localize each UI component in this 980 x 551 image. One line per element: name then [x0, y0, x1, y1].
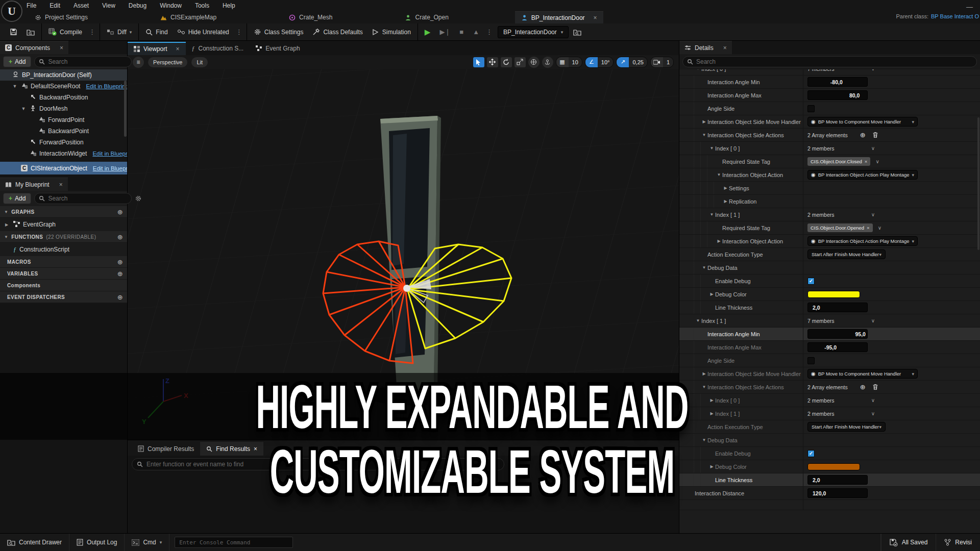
camera-speed-value[interactable]: 1: [663, 57, 673, 67]
property-value[interactable]: 2 members∨: [803, 212, 980, 218]
add-icon[interactable]: ⊕: [117, 208, 123, 216]
component-backwardpoint[interactable]: CBackwardPoint: [0, 126, 127, 137]
property-value[interactable]: 2 members∨: [803, 145, 980, 152]
dropdown[interactable]: Start After Finish Move Handler▾: [807, 422, 886, 432]
my-blueprint-variables[interactable]: VARIABLES⊕: [0, 268, 127, 280]
content-drawer-button[interactable]: Content Drawer: [0, 534, 69, 551]
value-field[interactable]: 2,0: [807, 303, 868, 312]
my-blueprint-eventgraph[interactable]: ▶EventGraph: [0, 218, 127, 231]
property-value[interactable]: 2 members∨: [803, 397, 980, 404]
details-search[interactable]: [682, 56, 977, 67]
scrollbar[interactable]: [977, 117, 979, 250]
rotate-tool-icon[interactable]: [501, 57, 512, 67]
add-icon[interactable]: ⊕: [117, 258, 123, 266]
expander-icon[interactable]: ▼: [716, 172, 722, 177]
my-blueprint-functions[interactable]: ▼FUNCTIONS(22 OVERRIDABLE)⊕: [0, 231, 127, 243]
object-picker[interactable]: ◉BP Move to Component Move Handler▾: [807, 369, 918, 379]
components-search[interactable]: [34, 56, 132, 67]
property-value[interactable]: Start After Finish Move Handler▾: [803, 249, 980, 259]
tab-event-graph[interactable]: Event Graph: [250, 42, 306, 55]
frame-skip-button[interactable]: ▶❘: [435, 23, 455, 41]
settings-gear-icon[interactable]: [135, 195, 142, 202]
property-value[interactable]: 2,0: [803, 303, 980, 312]
close-icon[interactable]: ×: [59, 181, 63, 188]
property-value[interactable]: 7 members∨: [803, 318, 980, 324]
property-value[interactable]: 2 Array elements⊕: [803, 383, 980, 391]
detail-row-action-execution-type[interactable]: Action Execution TypeStart After Finish …: [679, 248, 980, 261]
stop-button[interactable]: ■: [455, 23, 468, 41]
dropdown[interactable]: Start After Finish Move Handler▾: [807, 249, 886, 259]
property-value[interactable]: [803, 105, 980, 112]
property-value[interactable]: 7 members∨: [803, 69, 980, 72]
tab-compiler-results[interactable]: Compiler Results: [132, 442, 200, 456]
menu-debug[interactable]: Debug: [129, 2, 146, 9]
class-defaults-button[interactable]: Class Defaults: [308, 23, 367, 41]
asset-tab-cisexamplemap[interactable]: CISExampleMap: [154, 11, 223, 23]
property-value[interactable]: -80,0: [803, 77, 980, 87]
expander-icon[interactable]: ▶: [701, 119, 707, 124]
tab-details[interactable]: Details×: [679, 41, 732, 54]
edit-in-blueprint-link[interactable]: Edit in Blueprint: [86, 83, 127, 89]
property-value[interactable]: 2 members∨: [803, 411, 980, 417]
console-command-field[interactable]: [175, 537, 293, 548]
diff-button[interactable]: Diff▾: [102, 23, 136, 41]
value-field[interactable]: 2,0: [807, 475, 868, 485]
detail-row-replication[interactable]: ▶Replication: [679, 195, 980, 208]
my-blueprint-search[interactable]: [34, 193, 132, 204]
detail-row-interaction-angle-max[interactable]: Interaction Angle Max80,0: [679, 89, 980, 102]
menu-help[interactable]: Help: [223, 2, 235, 9]
grid-snap-group[interactable]: ▦10: [556, 57, 582, 68]
find-search-input[interactable]: [146, 461, 499, 468]
detail-row-enable-debug[interactable]: Enable Debug✓: [679, 274, 980, 288]
my-blueprint-macros[interactable]: MACROS⊕: [0, 256, 127, 268]
detail-row-interaction-object-side-actions[interactable]: ▼Interaction Object Side Actions2 Array …: [679, 129, 980, 142]
expander-icon[interactable]: ▼: [701, 385, 707, 389]
expander-icon[interactable]: ▶: [722, 199, 729, 204]
find-button[interactable]: Find: [141, 23, 172, 41]
property-value[interactable]: 2,0: [803, 475, 980, 485]
select-tool-icon[interactable]: [473, 57, 484, 67]
expander-icon[interactable]: ▶: [708, 411, 715, 416]
value-field[interactable]: -80,0: [807, 77, 868, 87]
grid-snap-icon[interactable]: ▦: [556, 57, 569, 67]
detail-row-blank[interactable]: [679, 500, 980, 510]
menu-edit[interactable]: Edit: [50, 2, 60, 9]
tab-my-blueprint[interactable]: My Blueprint×: [0, 178, 68, 191]
expander-icon[interactable]: ▶: [716, 239, 722, 243]
detail-row-required-state-tag[interactable]: Required State TagCIS.Object.Door.Opened…: [679, 221, 980, 235]
expander-icon[interactable]: ▶: [701, 371, 707, 376]
add-component-button[interactable]: +Add: [3, 56, 31, 67]
add-icon[interactable]: ⊕: [117, 270, 123, 278]
color-swatch[interactable]: [807, 463, 860, 470]
add-icon[interactable]: ⊕: [117, 233, 123, 241]
detail-row-interaction-object-action[interactable]: ▼Interaction Object Action◉BP Interactio…: [679, 168, 980, 182]
object-picker[interactable]: ◉BP Move to Component Move Handler▾: [807, 117, 918, 127]
expander-icon[interactable]: ▼: [701, 438, 707, 442]
detail-row-interaction-angle-min[interactable]: Interaction Angle Min-80,0: [679, 76, 980, 89]
debug-object-selector[interactable]: BP_InteractionDoor▾: [498, 26, 569, 38]
eject-button[interactable]: ▲: [468, 23, 484, 41]
add-icon[interactable]: ⊕: [117, 293, 123, 301]
detail-row-debug-color[interactable]: ▶Debug Color: [679, 288, 980, 301]
browse-button[interactable]: [22, 23, 39, 41]
detail-row-interaction-object-side-move-handler[interactable]: ▶Interaction Object Side Move Handler◉BP…: [679, 367, 980, 381]
expander-icon[interactable]: ▼: [708, 212, 715, 217]
property-value[interactable]: ◉BP Interaction Object Action Play Monta…: [803, 236, 980, 246]
my-blueprint-constructionscript[interactable]: ƒConstructionScript: [0, 243, 127, 256]
hide-unrelated-button[interactable]: Hide Unrelated: [173, 23, 234, 41]
edit-in-blueprint-link[interactable]: Edit in Blueprin: [93, 165, 127, 171]
hide-options-icon[interactable]: ⋮: [234, 28, 244, 36]
expander-icon[interactable]: ▼: [695, 69, 701, 71]
close-icon[interactable]: ×: [723, 44, 727, 52]
detail-row-interaction-distance[interactable]: Interaction Distance120,0: [679, 487, 980, 500]
detail-row-debug-color[interactable]: ▶Debug Color: [679, 460, 980, 473]
property-value[interactable]: -95,0: [803, 342, 980, 352]
simulation-button[interactable]: Simulation: [368, 23, 415, 41]
angle-snap-icon[interactable]: ∠: [585, 57, 598, 67]
edit-in-blueprint-link[interactable]: Edit in Blueprint: [92, 151, 127, 157]
detail-row-angle-side[interactable]: Angle Side: [679, 354, 980, 367]
component-bp-interactiondoor-self-[interactable]: BP_InteractionDoor (Self): [0, 69, 127, 81]
detail-row-required-state-tag[interactable]: Required State TagCIS.Object.Door.Closed…: [679, 155, 980, 168]
components-search-input[interactable]: [48, 58, 127, 65]
tab-components[interactable]: CComponents×: [0, 41, 68, 54]
